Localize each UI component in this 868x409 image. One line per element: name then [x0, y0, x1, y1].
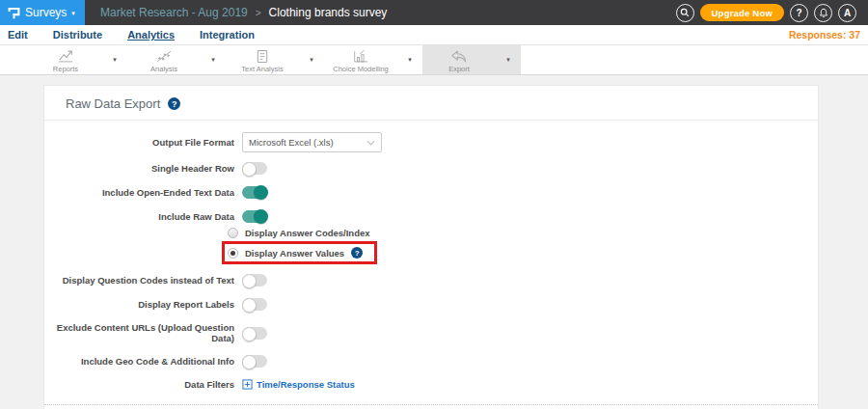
line-chart-icon [57, 49, 74, 64]
page-content: Raw Data Export ? Output File Format Mic… [0, 75, 868, 409]
avatar-initial: A [844, 8, 851, 18]
toolbar-item-label: Reports [53, 65, 78, 73]
nav-item-distribute[interactable]: Distribute [53, 29, 102, 41]
search-button[interactable] [676, 4, 694, 22]
notifications-button[interactable] [814, 4, 832, 22]
output-file-format-select[interactable]: Microsoft Excel (.xls) [242, 132, 382, 152]
field-label: Include Open-Ended Text Data [44, 187, 234, 198]
panel-header: Raw Data Export ? [44, 86, 818, 121]
nav-item-integration[interactable]: Integration [200, 29, 255, 41]
account-avatar[interactable]: A [838, 4, 856, 22]
document-icon [256, 49, 269, 64]
raw-data-display-radio-group: Display Answer Codes/Index Display Answe… [228, 228, 818, 264]
form-row-display-question-codes: Display Question Codes instead of Text [44, 274, 818, 286]
form-row-include-geo-code: Include Geo Code & Additional Info [44, 355, 818, 368]
field-label: Exclude Content URLs (Upload Question Da… [44, 322, 234, 343]
radio-option-codes-index[interactable]: Display Answer Codes/Index [228, 228, 818, 238]
chevron-down-icon[interactable]: ▾ [102, 45, 127, 74]
exclude-content-urls-toggle[interactable] [242, 327, 267, 340]
surveys-menu[interactable]: Surveys ▾ [0, 0, 85, 25]
breadcrumb: Market Research - Aug 2019 > Clothing br… [85, 0, 387, 25]
export-options-form: Output File Format Microsoft Excel (.xls… [44, 121, 818, 409]
download-row: Download [44, 405, 818, 409]
chevron-down-icon[interactable]: ▾ [299, 45, 324, 74]
toolbar-item-text-analysis[interactable]: Text Analysis ▾ [226, 45, 324, 74]
include-geo-code-toggle[interactable] [242, 355, 267, 368]
breadcrumb-survey-name: Clothing brands survey [269, 6, 388, 19]
toolbar-item-choice-modelling[interactable]: Choice Modelling ▾ [324, 45, 422, 74]
breadcrumb-separator: > [256, 8, 261, 18]
radio-label: Display Answer Values [245, 248, 344, 259]
form-row-include-raw-data: Include Raw Data [44, 210, 818, 223]
field-label: Include Raw Data [44, 211, 234, 222]
field-label: Single Header Row [44, 163, 234, 174]
toolbar-item-analysis[interactable]: Analysis ▾ [127, 45, 226, 74]
search-icon [680, 8, 690, 17]
toolbar-item-label: Text Analysis [241, 65, 283, 73]
page-title: Raw Data Export [66, 96, 160, 111]
questionpro-logo-icon [8, 6, 20, 20]
display-question-codes-toggle[interactable] [242, 274, 267, 286]
help-button[interactable]: ? [790, 4, 808, 22]
bar-chart-icon [352, 49, 369, 64]
radio-button[interactable] [228, 228, 238, 238]
toolbar-item-label: Analysis [150, 65, 177, 73]
form-row-display-report-labels: Display Report Labels [44, 298, 818, 311]
responses-count[interactable]: Responses: 37 [789, 29, 860, 41]
form-row-single-header-row: Single Header Row [44, 162, 818, 175]
form-row-data-filters: Data Filters Time/Response Status [44, 379, 818, 390]
radio-button[interactable] [228, 248, 238, 259]
topbar-actions: Upgrade Now ? A [676, 0, 868, 25]
nav-item-edit[interactable]: Edit [8, 29, 28, 41]
toolbar-item-export[interactable]: Export ▾ [422, 45, 521, 74]
help-icon[interactable]: ? [351, 247, 363, 259]
breadcrumb-survey-group[interactable]: Market Research - Aug 2019 [100, 6, 248, 19]
chevron-down-icon[interactable]: ▾ [201, 45, 226, 74]
nav-item-analytics[interactable]: Analytics [127, 29, 175, 41]
include-open-ended-toggle[interactable] [242, 186, 267, 199]
product-name: Surveys [25, 6, 67, 19]
section-nav: Edit Distribute Analytics Integration Re… [0, 25, 868, 45]
form-row-exclude-content-urls: Exclude Content URLs (Upload Question Da… [44, 322, 818, 343]
chevron-down-icon [366, 140, 375, 146]
link-label: Time/Response Status [257, 379, 355, 390]
export-arrow-icon [450, 49, 468, 64]
form-row-include-open-ended: Include Open-Ended Text Data [44, 186, 818, 199]
toolbar-item-label: Export [448, 65, 470, 73]
form-row-output-file-format: Output File Format Microsoft Excel (.xls… [44, 132, 818, 152]
upgrade-now-button[interactable]: Upgrade Now [700, 4, 784, 21]
raw-data-export-panel: Raw Data Export ? Output File Format Mic… [43, 85, 819, 409]
chevron-down-icon: ▾ [71, 10, 75, 17]
plus-box-icon [242, 379, 253, 390]
field-label: Display Report Labels [44, 299, 234, 310]
field-label: Display Question Codes instead of Text [44, 275, 234, 286]
select-value: Microsoft Excel (.xls) [249, 137, 366, 148]
help-icon[interactable]: ? [168, 97, 180, 110]
display-report-labels-toggle[interactable] [242, 298, 267, 311]
field-label: Output File Format [44, 137, 234, 148]
radio-label: Display Answer Codes/Index [245, 228, 370, 238]
chevron-down-icon[interactable]: ▾ [397, 45, 422, 74]
toolbar-item-reports[interactable]: Reports ▾ [29, 45, 127, 74]
time-response-status-link[interactable]: Time/Response Status [242, 379, 355, 390]
single-header-row-toggle[interactable] [242, 162, 267, 175]
include-raw-data-toggle[interactable] [242, 210, 267, 223]
bell-icon [819, 8, 828, 18]
scatter-chart-icon [155, 49, 173, 64]
radio-option-answer-values[interactable]: Display Answer Values ? [228, 247, 363, 259]
analytics-toolbar: Reports ▾ Analysis ▾ [0, 45, 868, 75]
field-label: Data Filters [44, 379, 234, 390]
chevron-down-icon[interactable]: ▾ [496, 45, 521, 74]
toolbar-item-label: Choice Modelling [333, 65, 389, 73]
top-bar: Surveys ▾ Market Research - Aug 2019 > C… [0, 0, 868, 25]
field-label: Include Geo Code & Additional Info [44, 356, 234, 367]
highlight-annotation: Display Answer Values ? [222, 241, 377, 264]
help-icon: ? [796, 8, 801, 18]
